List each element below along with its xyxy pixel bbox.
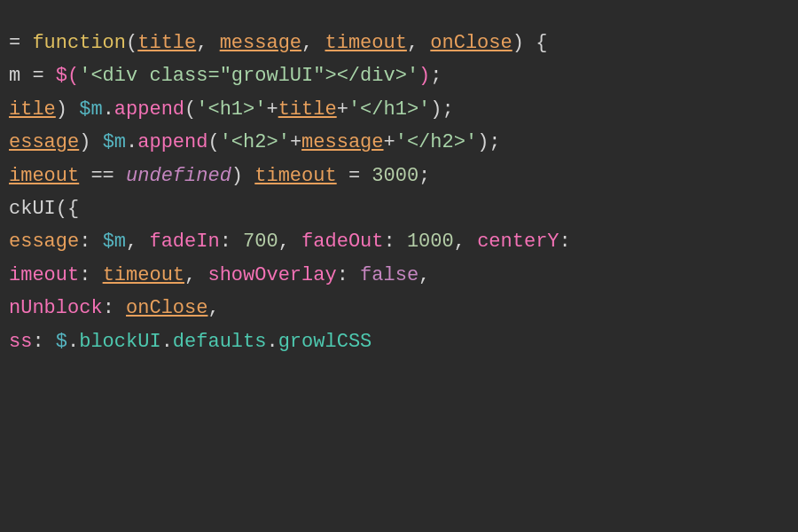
token: ckUI({ xyxy=(9,192,79,225)
token: $m xyxy=(79,93,102,126)
token: : xyxy=(220,225,243,258)
token: ss xyxy=(9,325,32,358)
token: : xyxy=(32,325,55,358)
token: false xyxy=(360,259,419,292)
token: ; xyxy=(419,160,430,192)
token: centerY xyxy=(477,225,559,258)
code-line-6: ckUI({ xyxy=(9,192,789,225)
token: onClose xyxy=(430,27,512,59)
token: ) xyxy=(79,126,102,159)
token: : xyxy=(103,292,126,325)
token: ( xyxy=(184,93,196,126)
token: imeout xyxy=(9,259,79,292)
token: timeout xyxy=(103,259,184,292)
token: , xyxy=(407,27,430,59)
code-line-2: m = $('<div class="growlUI"></div>'); xyxy=(9,59,789,92)
token: ; xyxy=(430,59,442,92)
token: $m xyxy=(103,225,126,258)
token: , xyxy=(419,259,430,292)
token: ( xyxy=(126,27,137,59)
token: itle xyxy=(9,93,56,126)
token: . xyxy=(266,325,278,358)
token: append xyxy=(114,93,184,126)
token: title xyxy=(278,93,337,126)
token: '</h2>' xyxy=(395,126,477,159)
token: timeout xyxy=(325,27,406,59)
code-line-8: imeout: timeout, showOverlay: false, xyxy=(9,259,789,292)
token: . xyxy=(161,325,173,358)
token: growlCSS xyxy=(278,325,372,358)
code-line-5: imeout == undefined) timeout = 3000; xyxy=(9,160,789,192)
token: , xyxy=(454,225,477,258)
token: , xyxy=(301,27,325,59)
token: '<h2>' xyxy=(220,126,290,159)
token: 1000 xyxy=(407,225,454,258)
token: + xyxy=(384,126,395,159)
token: '</h1>' xyxy=(348,93,430,126)
token: nUnblock xyxy=(9,292,103,325)
token: fadeIn xyxy=(149,225,219,258)
token: , xyxy=(184,259,207,292)
token: essage xyxy=(9,126,79,159)
token: + xyxy=(266,93,278,126)
token: $( xyxy=(56,59,79,92)
token: ) { xyxy=(512,27,548,59)
token: == xyxy=(79,160,126,192)
token: . xyxy=(126,126,137,159)
token: = xyxy=(337,160,372,192)
token: , xyxy=(278,225,301,258)
token: message xyxy=(301,126,383,159)
token: title xyxy=(137,27,196,59)
token: + xyxy=(337,93,348,126)
token: , xyxy=(126,225,149,258)
token: + xyxy=(290,126,301,159)
token: ( xyxy=(207,126,219,159)
token: ); xyxy=(477,126,500,159)
token: : xyxy=(559,225,571,258)
token: append xyxy=(137,126,207,159)
token: essage xyxy=(9,225,79,258)
token: $m xyxy=(103,126,126,159)
token: 3000 xyxy=(372,160,419,192)
token: ) xyxy=(419,59,430,92)
token: , xyxy=(196,27,219,59)
token: m = xyxy=(9,59,56,92)
token: 700 xyxy=(243,225,278,258)
token: '<div class="growlUI"></div>' xyxy=(79,59,419,92)
token: defaults xyxy=(173,325,267,358)
token: ); xyxy=(430,93,453,126)
token: message xyxy=(220,27,301,59)
code-line-10: ss: $.blockUI.defaults.growlCSS xyxy=(9,325,789,358)
token: . xyxy=(67,325,79,358)
token: undefined xyxy=(126,160,231,192)
code-editor: = function(title, message, timeout, onCl… xyxy=(0,0,798,532)
token: = xyxy=(9,27,32,59)
token: ) xyxy=(231,160,254,192)
code-line-3: itle) $m.append('<h1>'+title+'</h1>'); xyxy=(9,93,789,126)
token: . xyxy=(103,93,114,126)
token: timeout xyxy=(254,160,336,192)
token: fadeOut xyxy=(301,225,383,258)
token: showOverlay xyxy=(207,259,336,292)
token: ) xyxy=(56,93,79,126)
token: : xyxy=(337,259,360,292)
code-line-7: essage: $m, fadeIn: 700, fadeOut: 1000, … xyxy=(9,225,789,258)
code-line-9: nUnblock: onClose, xyxy=(9,292,789,325)
token: imeout xyxy=(9,160,79,192)
token: onClose xyxy=(126,292,207,325)
token: : xyxy=(79,259,102,292)
token: function xyxy=(32,27,126,59)
code-line-1: = function(title, message, timeout, onCl… xyxy=(9,27,789,59)
token: , xyxy=(207,292,219,325)
code-line-4: essage) $m.append('<h2>'+message+'</h2>'… xyxy=(9,126,789,159)
token: : xyxy=(79,225,102,258)
token: '<h1>' xyxy=(196,93,266,126)
token: : xyxy=(384,225,407,258)
token: $ xyxy=(56,325,67,358)
token: blockUI xyxy=(79,325,160,358)
